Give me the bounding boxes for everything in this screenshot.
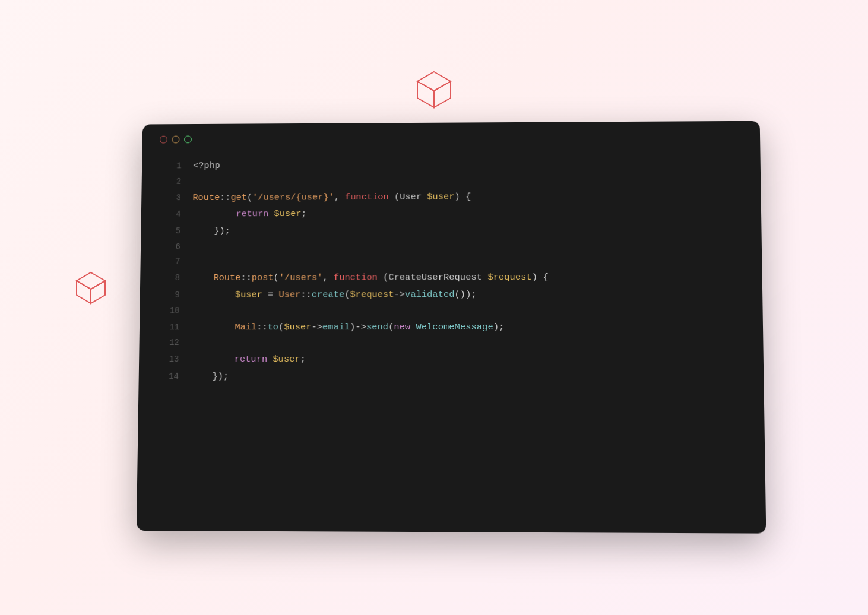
maximize-dot bbox=[184, 136, 192, 144]
cube-left-icon bbox=[72, 269, 110, 308]
svg-marker-1 bbox=[417, 81, 434, 107]
svg-marker-5 bbox=[91, 281, 105, 303]
line-num-7: 7 bbox=[164, 255, 180, 270]
code-line-9: 9 $user = User::create($request->validat… bbox=[163, 286, 745, 303]
code-text-5: }); bbox=[192, 223, 230, 239]
close-dot bbox=[160, 136, 167, 144]
code-line-11: 11 Mail::to($user->email)->send(new Welc… bbox=[163, 318, 745, 335]
line-num-8: 8 bbox=[163, 271, 180, 287]
svg-marker-0 bbox=[417, 72, 451, 91]
line-num-3: 3 bbox=[164, 191, 181, 205]
line-num-5: 5 bbox=[164, 224, 181, 239]
code-line-3: 3 Route::get('/users/{user}', function (… bbox=[164, 187, 743, 206]
svg-marker-3 bbox=[77, 272, 105, 289]
line-num-1: 1 bbox=[165, 159, 182, 174]
code-line-8: 8 Route::post('/users', function (Create… bbox=[163, 269, 744, 287]
code-text-13: return $user; bbox=[191, 351, 306, 368]
line-num-11: 11 bbox=[163, 320, 179, 335]
svg-marker-4 bbox=[77, 281, 91, 303]
svg-marker-2 bbox=[434, 81, 451, 107]
code-line-10: 10 bbox=[163, 303, 745, 319]
code-line-5: 5 }); bbox=[164, 221, 743, 239]
code-line-13: 13 return $user; bbox=[162, 351, 745, 368]
window-controls bbox=[160, 133, 742, 144]
line-num-14: 14 bbox=[162, 369, 179, 385]
line-num-10: 10 bbox=[163, 303, 180, 319]
line-num-4: 4 bbox=[164, 207, 181, 223]
page-wrapper: 1 <?php 2 3 Route::get('/users/{user}', … bbox=[107, 85, 761, 530]
code-text-8: Route::post('/users', function (CreateUs… bbox=[192, 269, 549, 287]
line-num-12: 12 bbox=[163, 335, 179, 351]
code-content: 1 <?php 2 3 Route::get('/users/{user}', … bbox=[156, 155, 746, 385]
line-num-13: 13 bbox=[162, 352, 179, 367]
code-line-2: 2 bbox=[165, 172, 743, 190]
line-num-6: 6 bbox=[164, 240, 180, 255]
code-text-4: return $user; bbox=[192, 205, 307, 223]
code-text-14: }); bbox=[191, 368, 229, 385]
cube-top-icon bbox=[410, 67, 458, 115]
code-text-3: Route::get('/users/{user}', function (Us… bbox=[192, 188, 471, 206]
code-text-1: <?php bbox=[193, 157, 220, 174]
line-num-9: 9 bbox=[163, 288, 180, 303]
code-text-9: $user = User::create($request->validated… bbox=[191, 286, 476, 303]
code-line-6: 6 bbox=[164, 238, 744, 255]
code-line-14: 14 }); bbox=[162, 368, 746, 385]
minimize-dot bbox=[172, 136, 180, 144]
code-line-4: 4 return $user; bbox=[164, 204, 743, 223]
code-line-7: 7 bbox=[164, 253, 744, 270]
code-line-12: 12 bbox=[163, 335, 745, 351]
code-line-1: 1 <?php bbox=[165, 155, 743, 175]
code-window: 1 <?php 2 3 Route::get('/users/{user}', … bbox=[137, 121, 766, 534]
code-text-11: Mail::to($user->email)->send(new Welcome… bbox=[191, 319, 505, 336]
line-num-2: 2 bbox=[165, 175, 182, 189]
